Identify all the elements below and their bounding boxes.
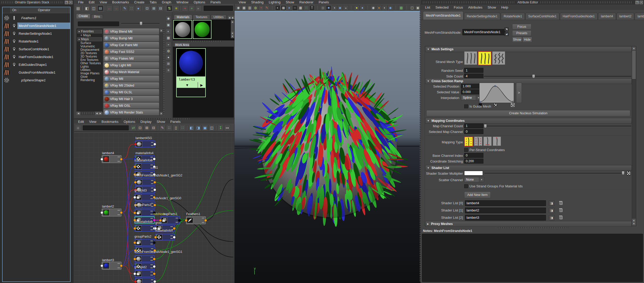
operators-panel-titlebar[interactable]: Ornatrix Operators Stack ❒ × [0,0,73,5]
presets-button[interactable]: Presets [512,30,531,36]
material-create-item[interactable]: VRay Mtl OSL [104,103,159,109]
menu-item[interactable]: File [76,0,86,4]
material-swatch-lambert2[interactable] [193,20,211,39]
scroll-up-icon[interactable]: ▲ [632,47,636,50]
section-mesh-settings[interactable]: ▼Mesh Settings [425,46,632,52]
output-port[interactable] [153,241,156,244]
scroll-up-icon[interactable]: ▲ [160,29,163,32]
input-port[interactable] [133,211,136,214]
tab-create[interactable]: Create [76,13,91,18]
layout-graph-icon[interactable]: ∷ [180,125,186,131]
menu-item[interactable]: Lighting [266,0,283,4]
anti-aliasing-icon[interactable]: ◆ [388,5,393,11]
operator-label[interactable]: pSphereShape1 [18,77,70,83]
texture-map-icon[interactable] [627,171,631,175]
side-count-slider[interactable] [484,76,631,77]
output-port[interactable] [153,204,156,207]
map-channel-count-field[interactable]: 1 [464,123,483,128]
output-port[interactable] [153,280,156,283]
section-proxy-meshes[interactable]: ▶Proxy Meshes [425,221,632,227]
side-count-slider-thumb[interactable] [532,74,535,78]
output-port[interactable] [173,227,176,230]
output-port[interactable] [120,158,123,161]
create-shader-icon[interactable]: ● [166,54,171,60]
panel-splitter[interactable] [163,29,165,115]
menu-item[interactable]: Display [138,119,154,124]
close-icon[interactable]: × [69,1,72,4]
menu-item[interactable]: Bookmarks [99,119,121,124]
work-area-tab[interactable]: Work Area [174,43,190,47]
menu-item[interactable]: Bookmarks [109,0,132,4]
toolbar-icon[interactable] [180,5,181,11]
scroll-down-icon[interactable]: ▼ [160,112,163,115]
load-attributes-icon[interactable]: ◥ [504,27,509,31]
focus-button[interactable]: Focus [512,24,531,30]
menu-item[interactable]: Selected [433,5,451,10]
mapping-type-bottom[interactable] [483,137,492,146]
scroll-down-icon[interactable]: ▼ [632,222,636,225]
tabs-scroll-left-icon[interactable]: ◀ [228,16,231,19]
connected-node-view-icon[interactable]: ◨ [195,125,201,131]
input-port[interactable] [133,258,136,260]
material-list-scrollbar[interactable]: ▲ ▼ [160,29,163,116]
node-search-input[interactable] [83,125,129,130]
smooth-shade-all-icon[interactable]: ■ [326,5,331,11]
undock-icon[interactable]: ❒ [65,1,68,4]
create-search-input[interactable] [78,22,119,26]
attribute-tab[interactable]: RenderSettingsNode1 [464,13,500,20]
operator-label[interactable]: EditGuidesShape1 [18,62,70,68]
clear-graph-icon[interactable]: ✎ [122,5,128,11]
add-to-graph-icon[interactable]: ∷ [166,125,172,131]
pin-nodes-icon[interactable]: ↧ [217,125,224,131]
graph-materials-icon[interactable]: ● [135,5,141,11]
enabled-bulb-icon[interactable] [13,24,16,28]
sort-alphabetically-icon[interactable]: ≡ [173,5,179,11]
create-light-icon[interactable]: ◍ [166,48,171,54]
menu-item[interactable]: View [236,0,249,4]
output-port[interactable] [204,219,207,222]
input-output-connections-icon[interactable]: ⊞ [144,125,150,131]
menu-item[interactable]: View [97,0,109,4]
input-port[interactable] [154,236,157,239]
tree-item[interactable]: ▼ Favorites [77,30,102,33]
input-port[interactable] [100,264,103,267]
menu-item[interactable]: Shading [249,0,266,4]
genSG1b-node[interactable] [134,255,155,262]
input-port[interactable] [100,211,103,214]
input-port[interactable] [133,227,136,230]
toolbar-icon[interactable] [270,5,275,10]
drag-grip[interactable] [2,1,13,3]
create-texture-icon[interactable]: ▦ [166,35,171,41]
material-create-item[interactable]: VRay Mtl 2Sided [104,82,159,89]
lambert2-node[interactable] [102,209,121,216]
create-nucleus-simulation-button[interactable]: Create Nucleus Simulation [426,110,630,116]
output-port[interactable] [153,258,156,260]
scroll-right-icon[interactable]: ▶ [99,112,102,115]
create-maya-node-icon[interactable]: ◉ [166,16,171,21]
hide-button[interactable]: Hide [522,37,532,43]
back-arrow-icon[interactable]: ← [106,5,112,11]
show-button[interactable]: Show [512,37,522,43]
ramp-handle-right[interactable] [511,103,514,107]
wireframe-icon[interactable]: ◇ [320,5,326,11]
shader-list-field[interactable]: lambert3 [465,215,546,221]
output-port[interactable] [153,188,156,191]
add-selected-to-graph-icon[interactable]: ∷ [128,5,135,11]
field-chart-icon[interactable]: ▩ [298,5,303,11]
shader-list-field[interactable]: lambert4 [465,200,546,206]
tree-item[interactable]: Rendering [77,79,102,82]
show-list-icon[interactable]: ≡ [166,67,171,73]
material-create-item[interactable]: VRay Blend Mtl [104,29,159,35]
selected-value-field[interactable]: 0.000 [461,89,481,94]
swatch-scrollbar[interactable]: ▲ ▲ ▼ [231,20,234,38]
group-parts-b-node[interactable] [134,270,155,277]
attribute-tab[interactable]: SurfaceCombNode1 [525,13,559,20]
output-port[interactable] [153,181,156,184]
section-shader-list[interactable]: ▼Shader List [425,165,632,171]
isolate-select-icon[interactable]: ▧ [399,5,404,11]
operator-item[interactable]: SurfaceCombNode1 [3,45,70,53]
coordinate-stretching-field[interactable]: 0.200 [464,159,483,164]
input-port[interactable] [133,196,136,199]
material-create-item[interactable]: VRay Car Paint Mtl [104,42,159,48]
simple-node-view-icon[interactable]: ◧ [188,125,195,131]
